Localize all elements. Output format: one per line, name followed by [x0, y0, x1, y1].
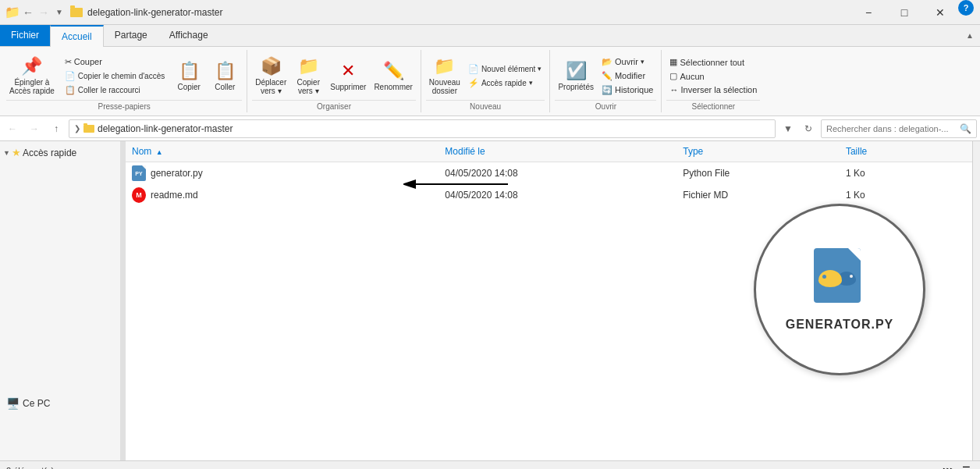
title-bar: 📁 ← → ▼ delegation-link-generator-master… [0, 0, 980, 25]
copy-path-icon: 📄 [65, 71, 76, 81]
new-group: 📁 Nouveaudossier 📄 Nouvel élément ▾ ⚡ Ac… [421, 50, 551, 112]
ce-pc-label: Ce PC [23, 398, 50, 409]
tab-accueil[interactable]: Accueil [50, 25, 104, 47]
open-group: ☑️ Propriétés 📂 Ouvrir ▾ ✏️ Modifier 🔄 [550, 50, 662, 112]
open-icon: 📂 [602, 57, 612, 67]
select-items: ▦ Sélectionner tout ▢ Aucun ↔ Inverser l… [666, 52, 760, 100]
col-size-label: Taille [846, 146, 867, 157]
col-name[interactable]: Nom ▲ [126, 143, 439, 160]
pin-icon: 📌 [21, 56, 42, 76]
paste-icon: 📋 [215, 61, 236, 81]
dropdown-button[interactable]: ▼ [779, 119, 797, 138]
select-group: ▦ Sélectionner tout ▢ Aucun ↔ Inverser l… [662, 50, 765, 112]
paste-shortcut-button[interactable]: 📋 Coller le raccourci [62, 83, 168, 97]
move-label: Déplacervers ▾ [255, 78, 286, 95]
edit-icon: ✏️ [602, 71, 612, 81]
title-bar-icons: 📁 ← → ▼ [6, 6, 66, 19]
annotation-circle: GENERATOR.PY [754, 204, 925, 375]
file-list-header: Nom ▲ Modifié le Type Taille [126, 141, 972, 162]
list-view-button[interactable]: ☰ [958, 463, 974, 470]
quick-access-section[interactable]: ▼ ★ Accès rapide [0, 144, 120, 161]
ce-pc-item[interactable]: 🖥️ Ce PC [0, 395, 120, 412]
back-icon[interactable]: ← [22, 6, 34, 19]
help-button[interactable]: ? [958, 0, 974, 16]
forward-icon[interactable]: → [37, 6, 50, 19]
search-input[interactable] [826, 124, 957, 133]
properties-icon: ☑️ [566, 61, 587, 81]
tab-partage[interactable]: Partage [104, 25, 158, 46]
system-icon: 📁 [6, 6, 19, 19]
copy-paste-col: ✂ Couper 📄 Copier le chemin d'accès 📋 Co… [62, 55, 168, 97]
address-path[interactable]: ❯ delegation-link-generator-master [69, 119, 776, 138]
up-button[interactable]: ↑ [47, 119, 66, 138]
path-folder-icon [83, 125, 94, 133]
paste-button[interactable]: 📋 Coller [208, 52, 242, 99]
delete-icon: ✕ [341, 61, 355, 81]
search-icon: 🔍 [960, 123, 971, 134]
col-type-label: Type [683, 146, 703, 157]
new-items-col: 📄 Nouvel élément ▾ ⚡ Accès rapide ▾ [465, 62, 545, 90]
close-button[interactable]: ✕ [922, 0, 958, 25]
delete-button[interactable]: ✕ Supprimer [327, 52, 369, 99]
col-modified-label: Modifié le [445, 146, 485, 157]
quick-access-label: Accès rapide [23, 147, 76, 158]
ribbon-collapse-btn[interactable]: ▲ [966, 31, 974, 40]
invert-icon: ↔ [669, 85, 678, 94]
col-modified[interactable]: Modifié le [439, 143, 676, 160]
file-modified: 04/05/2020 14:08 [439, 187, 676, 203]
vertical-scrollbar[interactable] [972, 141, 980, 460]
none-button[interactable]: ▢ Aucun [666, 69, 760, 83]
paste-label: Coller [215, 83, 235, 91]
ribbon: Fichier Accueil Partage Affichage ▲ 📌 Ép… [0, 25, 980, 116]
search-box[interactable]: 🔍 [821, 119, 977, 138]
new-item-button[interactable]: 📄 Nouvel élément ▾ [465, 62, 545, 76]
col-size[interactable]: Taille [840, 143, 972, 160]
title-folder-icon [70, 8, 83, 17]
status-count: 2 élément(s) [6, 466, 54, 470]
invert-button[interactable]: ↔ Inverser la sélection [666, 83, 760, 96]
file-list-container: Nom ▲ Modifié le Type Taille PY generato… [126, 141, 972, 460]
md-file-icon: M [132, 187, 146, 203]
address-bar: ← → ↑ ❯ delegation-link-generator-master… [0, 116, 980, 141]
history-button[interactable]: 🔄 Historique [598, 83, 657, 97]
file-name: generator.py [151, 168, 203, 179]
star-icon: ★ [12, 147, 21, 158]
down-icon[interactable]: ▼ [53, 6, 66, 19]
select-all-button[interactable]: ▦ Sélectionner tout [666, 55, 760, 69]
rename-icon: ✏️ [383, 61, 404, 81]
organize-group: 📦 Déplacervers ▾ 📁 Copiervers ▾ ✕ Suppri… [247, 50, 421, 112]
move-icon: 📦 [261, 56, 282, 76]
maximize-button[interactable]: □ [886, 0, 922, 25]
new-folder-button[interactable]: 📁 Nouveaudossier [426, 52, 463, 99]
forward-button[interactable]: → [25, 119, 44, 138]
ribbon-tabs: Fichier Accueil Partage Affichage ▲ [0, 25, 980, 47]
back-button[interactable]: ← [3, 119, 22, 138]
move-button[interactable]: 📦 Déplacervers ▾ [252, 52, 289, 99]
rename-button[interactable]: ✏️ Renommer [371, 52, 415, 99]
refresh-button[interactable]: ↻ [799, 119, 818, 138]
tab-fichier[interactable]: Fichier [0, 25, 50, 46]
quick-access-icon: ⚡ [468, 78, 479, 88]
quick-access-button[interactable]: ⚡ Accès rapide ▾ [465, 76, 545, 90]
pin-button[interactable]: 📌 Épingler àAccès rapide [6, 52, 58, 99]
cut-button[interactable]: ✂ Couper [62, 55, 168, 69]
new-label: Nouveau [426, 100, 545, 111]
open-button[interactable]: 📂 Ouvrir ▾ [598, 55, 657, 69]
copy-to-button[interactable]: 📁 Copiervers ▾ [291, 52, 325, 99]
python-big-icon [814, 248, 865, 307]
open-items: ☑️ Propriétés 📂 Ouvrir ▾ ✏️ Modifier 🔄 [555, 52, 656, 100]
pin-label: Épingler àAccès rapide [9, 78, 55, 95]
table-row[interactable]: M readme.md 04/05/2020 14:08 Fichier MD … [126, 184, 972, 206]
grid-view-button[interactable]: ⋙ [941, 463, 957, 470]
select-all-icon: ▦ [669, 57, 677, 67]
minimize-button[interactable]: − [850, 0, 886, 25]
edit-button[interactable]: ✏️ Modifier [598, 69, 657, 83]
new-item-icon: 📄 [468, 64, 479, 74]
properties-button[interactable]: ☑️ Propriétés [555, 52, 597, 99]
table-row[interactable]: PY generator.py 04/05/2020 14:08 Python … [126, 162, 972, 184]
copy-path-button[interactable]: 📄 Copier le chemin d'accès [62, 69, 168, 83]
copy-icon: 📋 [179, 61, 200, 81]
copy-button[interactable]: 📋 Copier [172, 52, 206, 99]
tab-affichage[interactable]: Affichage [158, 25, 219, 46]
col-type[interactable]: Type [676, 143, 840, 160]
